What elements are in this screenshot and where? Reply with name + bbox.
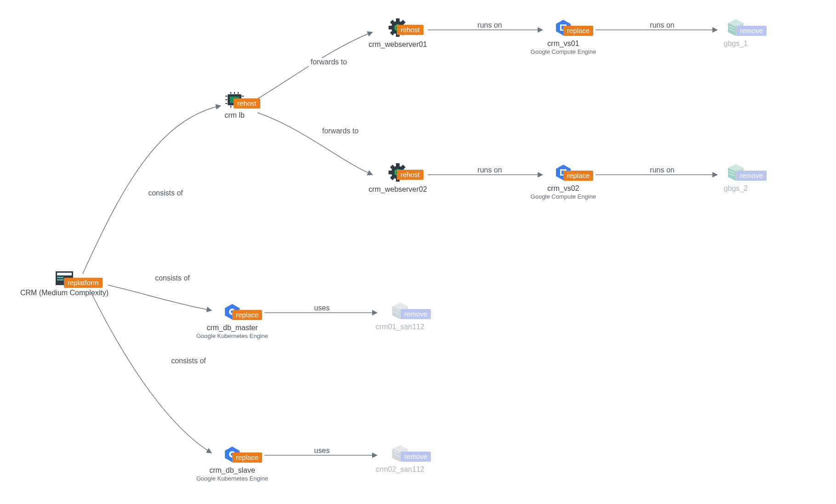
edge-label-uses-1: uses <box>312 304 332 312</box>
badge-remove: remove <box>401 309 431 319</box>
badge-replace: replace <box>232 452 262 463</box>
badge-rehost: rehost <box>397 170 424 180</box>
badge-replace: replace <box>563 171 593 181</box>
edge-label-consists-of-3: consists of <box>169 357 208 365</box>
badge-rehost: rehost <box>234 98 260 109</box>
badge-remove: remove <box>401 452 431 462</box>
edge-label-forwards-to-1: forwards to <box>309 58 349 66</box>
badge-replatform: replatform <box>64 278 103 288</box>
edge-label-runs-on-3: runs on <box>648 21 676 29</box>
edge-layer <box>0 0 836 504</box>
badge-replace: replace <box>232 310 262 320</box>
badge-remove: remove <box>736 26 767 36</box>
edge-label-uses-2: uses <box>312 447 332 455</box>
edge-label-forwards-to-2: forwards to <box>320 127 360 135</box>
edge-label-consists-of-1: consists of <box>146 189 185 197</box>
edge-label-runs-on-4: runs on <box>648 166 676 174</box>
badge-rehost: rehost <box>397 25 424 35</box>
badge-remove: remove <box>736 171 767 181</box>
edge-label-runs-on-1: runs on <box>475 21 504 29</box>
badge-replace: replace <box>563 26 593 36</box>
edge-label-consists-of-2: consists of <box>153 274 192 282</box>
edge-label-runs-on-2: runs on <box>475 166 504 174</box>
